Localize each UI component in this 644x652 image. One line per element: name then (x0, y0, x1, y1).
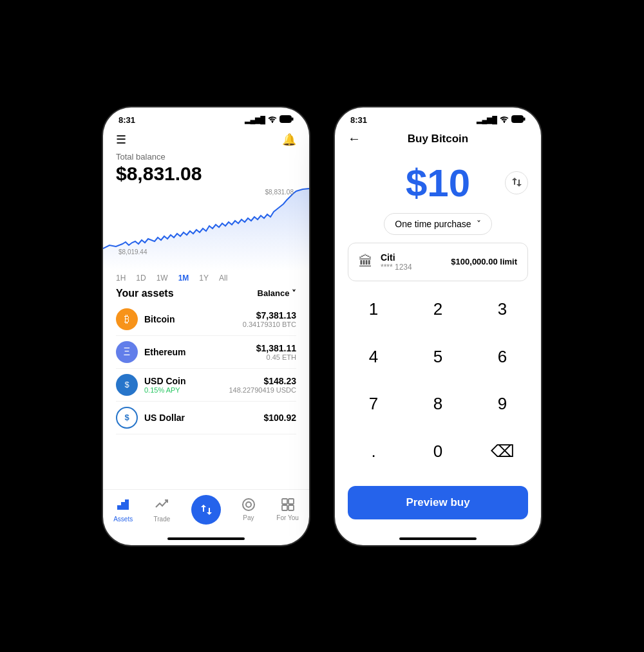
svg-rect-9 (524, 118, 526, 121)
numpad: 1 2 3 4 5 6 7 8 9 . 0 ⌫ (335, 292, 541, 481)
foryou-icon (281, 498, 295, 513)
svg-rect-1 (292, 118, 294, 121)
foryou-label: For You (276, 514, 298, 521)
nav-swap[interactable] (191, 495, 221, 525)
svg-rect-7 (289, 505, 294, 510)
purchase-type-label: One time purchase (395, 219, 471, 229)
svg-point-2 (243, 499, 254, 510)
nav-assets[interactable]: Assets (113, 497, 133, 523)
nav-pay[interactable]: Pay (242, 498, 256, 521)
time-2: 8:31 (350, 115, 367, 125)
svg-rect-5 (289, 499, 294, 504)
key-9[interactable]: 9 (470, 386, 535, 422)
phone-1: 8:31 ▂▄▆█ ☰ 🔔 Total balance $8,831.08 $8… (103, 107, 309, 545)
assets-icon (116, 497, 130, 514)
filter-1h[interactable]: 1H (116, 274, 126, 283)
ethereum-name: Ethereum (144, 347, 256, 357)
key-dot[interactable]: . (341, 433, 406, 469)
bitcoin-name: Bitcoin (144, 314, 243, 324)
battery-icon (279, 115, 294, 124)
amount-display: $10 (335, 151, 541, 213)
filter-1m[interactable]: 1M (178, 274, 189, 283)
home-indicator-2 (399, 537, 477, 540)
phone1-main: ☰ 🔔 Total balance $8,831.08 $8,831.08 $8… (103, 127, 309, 489)
wifi-icon (268, 116, 277, 124)
home-indicator-1 (167, 537, 245, 540)
time-filters: 1H 1D 1W 1M 1Y All (116, 274, 296, 283)
assets-header: Your assets Balance ˅ (116, 288, 296, 299)
key-5[interactable]: 5 (406, 339, 470, 375)
purchase-type-dropdown[interactable]: One time purchase ˅ (384, 213, 491, 235)
key-0[interactable]: 0 (406, 433, 470, 469)
time-1: 8:31 (118, 115, 135, 125)
signal-icon: ▂▄▆█ (245, 116, 265, 124)
balance-filter[interactable]: Balance ˅ (258, 288, 296, 298)
key-2[interactable]: 2 (406, 292, 470, 328)
chart-low-label: $8,019.44 (118, 248, 147, 256)
key-1[interactable]: 1 (341, 292, 406, 328)
usd-icon: $ (116, 407, 138, 429)
asset-row-usd[interactable]: $ US Dollar $100.92 (116, 402, 296, 434)
pay-icon (242, 498, 256, 513)
svg-rect-0 (280, 116, 292, 123)
key-3[interactable]: 3 (470, 292, 535, 328)
bitcoin-values: $7,381.13 0.34179310 BTC (243, 310, 296, 328)
phone1-header: ☰ 🔔 (116, 127, 296, 149)
filter-all[interactable]: All (219, 274, 227, 283)
key-7[interactable]: 7 (341, 386, 406, 422)
payment-info: Citi **** 1234 (381, 252, 443, 272)
status-icons-1: ▂▄▆█ (245, 115, 294, 124)
phone-2: 8:31 ▂▄▆█ ← Buy Bitcoin $10 One time pur… (335, 107, 541, 545)
balance-value: $8,831.08 (116, 163, 296, 185)
key-4[interactable]: 4 (341, 339, 406, 375)
bank-icon: 🏛 (359, 254, 373, 270)
status-bar-2: 8:31 ▂▄▆█ (335, 107, 541, 127)
key-8[interactable]: 8 (406, 386, 470, 422)
key-backspace[interactable]: ⌫ (470, 433, 535, 469)
ethereum-icon: Ξ (116, 341, 138, 363)
dropdown-chevron: ˅ (477, 219, 481, 229)
wifi-icon-2 (500, 116, 509, 124)
balance-label: Total balance (116, 152, 296, 162)
swap-center-btn[interactable] (191, 495, 221, 525)
svg-rect-4 (282, 499, 287, 504)
price-chart (103, 187, 309, 271)
key-6[interactable]: 6 (470, 339, 535, 375)
trade-label: Trade (154, 516, 171, 523)
usdc-icon: $ (116, 374, 138, 396)
convert-button[interactable] (505, 171, 528, 194)
status-icons-2: ▂▄▆█ (477, 115, 526, 124)
trade-icon (155, 497, 169, 514)
svg-rect-6 (282, 505, 287, 510)
asset-row-bitcoin[interactable]: ₿ Bitcoin $7,381.13 0.34179310 BTC (116, 303, 296, 336)
bell-icon[interactable]: 🔔 (282, 133, 296, 147)
usdc-name: USD Coin 0.15% APY (144, 376, 229, 394)
assets-title: Your assets (116, 288, 174, 299)
amount-value: $10 (406, 161, 470, 205)
purchase-type: One time purchase ˅ (348, 213, 528, 235)
asset-row-ethereum[interactable]: Ξ Ethereum $1,381.11 0.45 ETH (116, 336, 296, 369)
bitcoin-icon: ₿ (116, 308, 138, 330)
asset-row-usdc[interactable]: $ USD Coin 0.15% APY $148.23 148.2279041… (116, 369, 296, 402)
filter-1w[interactable]: 1W (156, 274, 168, 283)
filter-1y[interactable]: 1Y (199, 274, 209, 283)
status-bar-1: 8:31 ▂▄▆█ (103, 107, 309, 127)
preview-buy-button[interactable]: Preview buy (348, 486, 528, 519)
pay-label: Pay (243, 514, 254, 521)
payment-card[interactable]: 🏛 Citi **** 1234 $100,000.00 limit (348, 243, 528, 281)
filter-1d[interactable]: 1D (136, 274, 146, 283)
svg-rect-8 (512, 116, 524, 123)
bank-number: **** 1234 (381, 263, 443, 272)
back-button[interactable]: ← (348, 131, 361, 146)
ethereum-values: $1,381.11 0.45 ETH (256, 343, 296, 361)
usd-values: $100.92 (263, 413, 296, 423)
signal-icon-2: ▂▄▆█ (477, 116, 497, 124)
nav-foryou[interactable]: For You (276, 498, 298, 521)
phone2-main: $10 One time purchase ˅ 🏛 Citi **** 1234… (335, 151, 541, 537)
battery-icon-2 (511, 115, 526, 124)
chart-high-label: $8,831.08 (265, 189, 294, 196)
nav-trade[interactable]: Trade (154, 497, 171, 523)
usd-name: US Dollar (144, 413, 263, 423)
menu-icon[interactable]: ☰ (116, 133, 126, 147)
bank-name: Citi (381, 252, 443, 263)
